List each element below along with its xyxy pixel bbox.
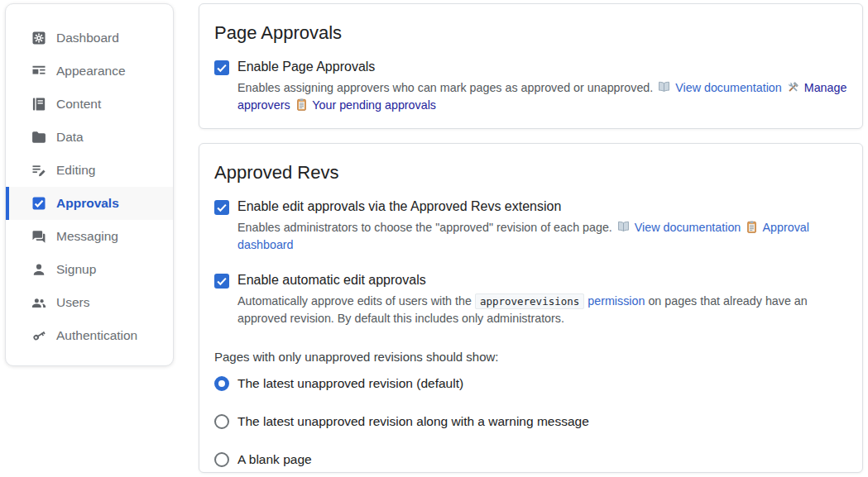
radio-button[interactable] [214, 414, 229, 429]
radio-option-label: The latest unapproved revision along wit… [237, 414, 589, 429]
setting-description: Automatically approve edits of users wit… [237, 293, 847, 327]
sidebar-item-content[interactable]: Content [6, 88, 173, 121]
pending-approvals-link[interactable]: Your pending approvals [312, 98, 436, 112]
page-approvals-card: Page Approvals Enable Page Approvals Ena… [199, 3, 863, 129]
auto-edit-approvals-setting: Enable automatic edit approvals Automati… [214, 273, 847, 327]
sidebar-item-label: Users [56, 295, 89, 310]
radio-option-label: A blank page [237, 452, 312, 467]
sidebar-item-editing[interactable]: Editing [6, 154, 173, 187]
page-title: Page Approvals [214, 22, 847, 44]
edit-note-icon [31, 162, 47, 179]
permission-link[interactable]: permission [587, 294, 645, 308]
sidebar-item-label: Appearance [56, 64, 126, 79]
radio-group-label: Pages with only unapproved revisions sho… [214, 350, 847, 364]
article-layout-icon [31, 63, 47, 79]
sidebar-item-approvals[interactable]: Approvals [6, 187, 173, 220]
sidebar-item-label: Data [56, 130, 84, 145]
setting-label: Enable edit approvals via the Approved R… [237, 199, 561, 214]
radio-button[interactable] [214, 452, 229, 467]
setting-description: Enables administrators to choose the "ap… [237, 219, 847, 254]
radio-option-latest-with-warning[interactable]: The latest unapproved revision along wit… [214, 414, 847, 429]
enable-edit-approvals-setting: Enable edit approvals via the Approved R… [214, 199, 847, 254]
open-book-icon [657, 80, 671, 94]
sidebar-item-messaging[interactable]: Messaging [6, 220, 173, 253]
radio-option-label: The latest unapproved revision (default) [237, 376, 463, 391]
description-text: Enables administrators to choose the "ap… [237, 221, 612, 234]
people-icon [31, 294, 47, 311]
check-box-icon [31, 195, 47, 212]
sidebar-item-label: Authentication [56, 328, 137, 343]
view-documentation-link[interactable]: View documentation [635, 221, 741, 234]
open-book-icon [616, 220, 631, 234]
sidebar-item-dashboard[interactable]: Dashboard [6, 21, 173, 55]
approved-revs-card: Approved Revs Enable edit approvals via … [199, 143, 863, 473]
gear-in-square-icon [31, 30, 47, 46]
book-icon [31, 96, 47, 112]
auto-edit-approvals-checkbox[interactable] [214, 274, 229, 289]
sidebar-item-label: Approvals [56, 196, 119, 211]
hammer-wrench-icon [786, 80, 800, 94]
sidebar-item-data[interactable]: Data [6, 121, 173, 154]
clipboard-icon [295, 98, 309, 112]
enable-page-approvals-checkbox[interactable] [214, 60, 229, 75]
radio-option-latest-default[interactable]: The latest unapproved revision (default) [214, 376, 847, 391]
enable-page-approvals-setting: Enable Page Approvals Enables assigning … [214, 60, 847, 114]
sidebar-item-authentication[interactable]: Authentication [6, 319, 173, 352]
folder-icon [31, 129, 47, 145]
view-documentation-link[interactable]: View documentation [675, 81, 782, 94]
sidebar-item-label: Content [56, 97, 101, 112]
description-text: Enables assigning approvers who can mark… [237, 81, 653, 94]
description-text: Automatically approve edits of users wit… [237, 294, 472, 308]
chat-bubbles-icon [31, 228, 47, 245]
sidebar-item-users[interactable]: Users [6, 286, 173, 319]
permission-code-chip: approverevisions [475, 293, 584, 309]
setting-description: Enables assigning approvers who can mark… [237, 79, 847, 114]
person-icon [31, 261, 47, 278]
sidebar-item-signup[interactable]: Signup [6, 253, 173, 286]
sidebar-item-label: Signup [56, 262, 96, 277]
sidebar-item-appearance[interactable]: Appearance [6, 55, 173, 88]
setting-label: Enable Page Approvals [237, 60, 375, 74]
key-icon [31, 327, 47, 344]
sidebar-item-label: Editing [56, 163, 95, 178]
radio-button-selected[interactable] [214, 376, 229, 391]
section-title: Approved Revs [214, 162, 847, 184]
radio-option-blank-page[interactable]: A blank page [214, 452, 847, 467]
setting-label: Enable automatic edit approvals [237, 273, 426, 288]
enable-edit-approvals-checkbox[interactable] [214, 200, 229, 215]
settings-sidebar: Dashboard Appearance Content Data Editin… [5, 3, 174, 366]
sidebar-item-label: Dashboard [56, 31, 119, 45]
clipboard-icon [745, 220, 759, 234]
sidebar-item-label: Messaging [56, 229, 118, 244]
